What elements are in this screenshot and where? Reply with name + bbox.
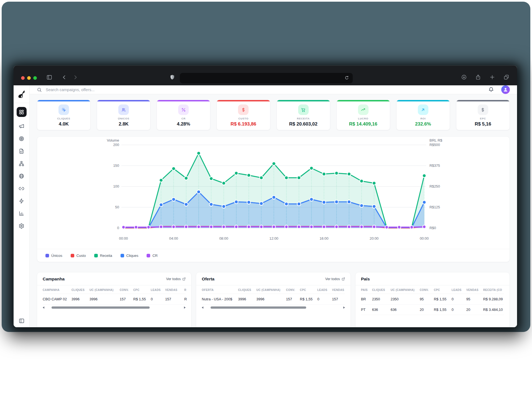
kpi-accent-bar: [397, 100, 450, 101]
table-cell: 20: [466, 308, 483, 312]
column-header: CLIQUES: [71, 288, 89, 291]
reload-icon[interactable]: [344, 75, 349, 81]
new-tab-icon[interactable]: [489, 74, 495, 80]
scrollbar-thumb[interactable]: [211, 306, 306, 309]
table-cell: 636: [391, 308, 420, 312]
column-header: CAMPANHA: [43, 288, 71, 291]
address-bar[interactable]: [180, 73, 353, 83]
browser-window: CLIQUES4.0KÚNICOS2.8KCR4.28%CUSTOR$ 6.19…: [14, 65, 517, 327]
forward-button-icon[interactable]: [72, 74, 78, 80]
browser-sidebar-toggle-icon[interactable]: [46, 74, 52, 80]
sidebar-item-automation-zap[interactable]: [18, 198, 25, 204]
table-cell: R$ 1,55: [434, 308, 452, 312]
kpi-card-epc: EPCR$ 5,16: [456, 100, 510, 130]
legend-item-receita[interactable]: Receita: [94, 254, 112, 258]
kpi-card-receita: RECEITAR$ 20.603,02: [277, 100, 330, 130]
scrollbar-thumb[interactable]: [52, 306, 150, 309]
sidebar-item-dashboard[interactable]: [17, 107, 27, 117]
kpi-label: ÚNICOS: [97, 117, 150, 120]
kpi-row: CLIQUES4.0KÚNICOS2.8KCR4.28%CUSTOR$ 6.19…: [37, 100, 510, 130]
maximize-button[interactable]: [33, 76, 37, 80]
table-row: BR2350235095R$ 1,55095R$ 9.288,09: [361, 294, 504, 305]
downloads-icon[interactable]: [461, 74, 467, 80]
dog-logo: [14, 85, 29, 103]
ver-todos-link[interactable]: Ver todos: [166, 277, 186, 281]
kpi-label: RECEITA: [277, 117, 330, 120]
cursor-click-icon: [58, 104, 69, 115]
legend-item-cr[interactable]: CR: [147, 254, 158, 258]
traffic-chart-card: VolumeBRL R$0R$050R$125100R$250150R$3752…: [37, 136, 510, 262]
table-cell: 2350: [391, 297, 420, 301]
kpi-card-cliques: CLIQUES4.0K: [37, 100, 91, 130]
sidebar-item-settings-gear[interactable]: [18, 222, 25, 229]
table-cell: 0: [452, 297, 466, 301]
close-button[interactable]: [21, 76, 25, 80]
scrollbar-track[interactable]: [205, 306, 341, 309]
tab-overview-icon[interactable]: [503, 74, 509, 80]
scroll-right-arrow[interactable]: [184, 306, 186, 309]
svg-text:150: 150: [113, 163, 119, 168]
legend-item-custo[interactable]: Custo: [71, 254, 86, 258]
column-header: CONV.: [286, 288, 300, 291]
scroll-left-arrow[interactable]: [43, 306, 44, 309]
kpi-accent-bar: [37, 100, 90, 101]
table-title: Campanha: [43, 277, 65, 282]
column-header: CPC: [434, 288, 452, 291]
search-icon: [37, 87, 42, 92]
notifications-bell-icon[interactable]: [488, 87, 494, 93]
column-header: PAÍS: [361, 288, 372, 291]
column-header: CPC: [300, 288, 317, 291]
dollar-icon: [238, 104, 249, 115]
avatar[interactable]: [501, 85, 510, 94]
legend-swatch: [71, 254, 74, 257]
ver-todos-link[interactable]: Ver todos: [325, 277, 345, 281]
legend-swatch: [94, 254, 98, 257]
kpi-accent-bar: [217, 100, 270, 101]
horizontal-scrollbar[interactable]: [202, 306, 345, 309]
table-row: CBO CAMP 0239963996157R$ 1,550157R: [43, 294, 186, 305]
table-cell: R$ 1,55: [133, 297, 151, 301]
legend-item-únicos[interactable]: Únicos: [45, 254, 62, 258]
scroll-right-arrow[interactable]: [343, 306, 345, 309]
cart-icon: [298, 104, 309, 115]
table-card-campanha: CampanhaVer todosCAMPANHACLIQUESUC (CAMP…: [37, 272, 191, 327]
svg-text:Volume: Volume: [107, 138, 119, 142]
share-icon[interactable]: [475, 74, 481, 80]
table-cell: BR: [361, 297, 372, 301]
scrollbar-track[interactable]: [46, 306, 182, 309]
trend-up-icon: [358, 104, 369, 115]
column-header: UC (CAMPANHA): [89, 288, 120, 291]
sidebar-item-domains-globe[interactable]: [18, 173, 25, 179]
kpi-label: ROI: [397, 117, 450, 120]
sidebar-item-links[interactable]: [18, 185, 25, 192]
kpi-card-lucro: LUCROR$ 14.409,16: [336, 100, 390, 130]
table-row: PT63663620R$ 1,55020R$ 3.484,10: [361, 305, 504, 315]
table-cell: 157: [120, 297, 133, 301]
legend-item-cliques[interactable]: Cliques: [121, 254, 138, 258]
back-button-icon[interactable]: [61, 74, 67, 80]
table-card-oferta: OfertaVer todosOFERTACLIQUESUC (CAMPANHA…: [196, 272, 351, 327]
minimize-button[interactable]: [27, 76, 31, 80]
collapse-sidebar-icon[interactable]: [19, 318, 25, 324]
kpi-card-únicos: ÚNICOS2.8K: [97, 100, 150, 130]
app-sidebar: [14, 85, 30, 327]
kpi-value: R$ 14.409,16: [337, 121, 390, 127]
column-header: VENDAS: [332, 288, 349, 291]
sidebar-item-offers-target[interactable]: [18, 135, 25, 142]
table-cell: 157: [332, 297, 349, 301]
sidebar-item-campaigns[interactable]: [18, 123, 25, 129]
kpi-accent-bar: [337, 100, 390, 101]
shield-icon[interactable]: [169, 74, 175, 80]
legend-swatch: [45, 254, 49, 257]
column-header: VENDAS: [165, 288, 184, 291]
table-cell: 636: [372, 308, 391, 312]
column-header: LEADS: [317, 288, 332, 291]
sidebar-item-flows-network[interactable]: [18, 160, 25, 167]
table-row: Nutra - USA - 200$39963996157R$ 1,550157: [202, 294, 345, 305]
horizontal-scrollbar[interactable]: [43, 306, 186, 309]
scroll-left-arrow[interactable]: [202, 306, 203, 309]
table-cell: 157: [165, 297, 184, 301]
sidebar-item-landing-pages[interactable]: [18, 148, 25, 154]
search-input[interactable]: [45, 87, 163, 92]
sidebar-item-reports-chart[interactable]: [18, 210, 25, 217]
